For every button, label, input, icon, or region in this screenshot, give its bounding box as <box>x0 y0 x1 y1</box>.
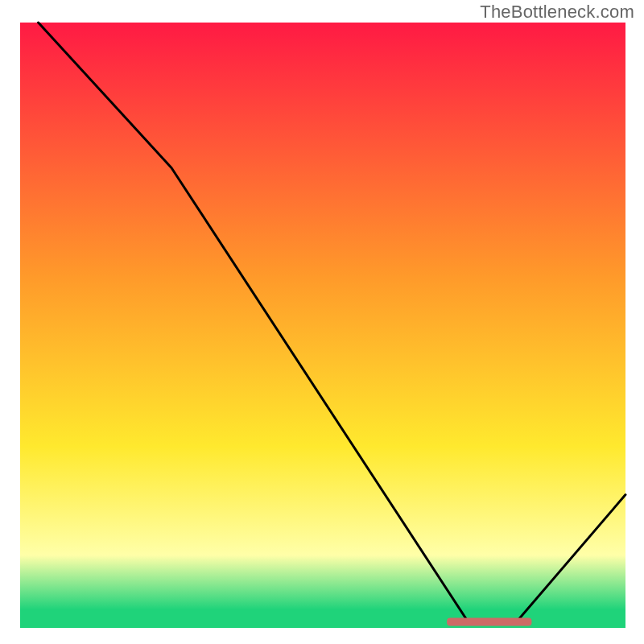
chart-container: TheBottleneck.com <box>0 0 644 644</box>
chart-svg <box>0 0 644 644</box>
optimal-range-marker <box>447 617 531 625</box>
chart-background <box>20 23 625 628</box>
